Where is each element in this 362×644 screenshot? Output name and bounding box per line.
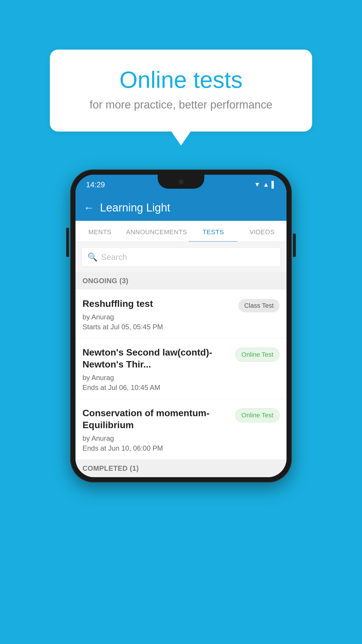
test-by-1: by Anurag — [82, 313, 234, 321]
bubble-title: Online tests — [73, 67, 289, 93]
test-info-1: Reshuffling test by Anurag Starts at Jul… — [82, 298, 238, 331]
phone-notch — [158, 175, 204, 189]
test-item-3[interactable]: Conservation of momentum-Equilibrium by … — [75, 399, 287, 460]
test-date-2: Ends at Jul 06, 10:45 AM — [82, 384, 231, 392]
bubble-subtitle: for more practice, better performance — [73, 99, 289, 111]
status-bar: 14:29 ▼ ▲ ▌ — [75, 175, 287, 195]
signal-icon: ▲ — [263, 181, 269, 188]
test-date-1: Starts at Jul 05, 05:45 PM — [82, 323, 234, 331]
status-time: 14:29 — [86, 180, 105, 189]
phone-inner: 14:29 ▼ ▲ ▌ ← Learning Light MENTS ANNOU… — [75, 175, 287, 477]
phone-outer: 14:29 ▼ ▲ ▌ ← Learning Light MENTS ANNOU… — [70, 169, 292, 482]
status-icons: ▼ ▲ ▌ — [254, 181, 276, 188]
test-title-2: Newton's Second law(contd)-Newton's Thir… — [82, 346, 231, 371]
completed-label: COMPLETED (1) — [82, 464, 139, 472]
test-badge-1: Class Test — [238, 299, 280, 312]
search-bar[interactable]: 🔍 Search — [81, 247, 281, 267]
test-badge-2: Online Test — [235, 348, 280, 362]
speech-bubble: Online tests for more practice, better p… — [50, 50, 312, 132]
test-date-3: Ends at Jun 10, 06:00 PM — [82, 444, 231, 452]
wifi-icon: ▼ — [254, 181, 261, 188]
test-info-3: Conservation of momentum-Equilibrium by … — [82, 407, 235, 452]
search-icon: 🔍 — [87, 252, 98, 262]
tab-assignments[interactable]: MENTS — [75, 221, 124, 242]
test-badge-3: Online Test — [235, 408, 280, 422]
battery-icon: ▌ — [271, 181, 276, 188]
ongoing-section-header: ONGOING (3) — [75, 272, 287, 290]
phone-mockup: 14:29 ▼ ▲ ▌ ← Learning Light MENTS ANNOU… — [70, 169, 292, 482]
search-container: 🔍 Search — [75, 242, 287, 272]
test-by-2: by Anurag — [82, 374, 231, 382]
completed-section-header: COMPLETED (1) — [75, 460, 287, 477]
test-item-2[interactable]: Newton's Second law(contd)-Newton's Thir… — [75, 338, 287, 399]
camera — [178, 179, 184, 185]
test-title-1: Reshuffling test — [82, 298, 234, 310]
test-by-3: by Anurag — [82, 434, 231, 442]
search-placeholder: Search — [101, 253, 127, 262]
app-header: ← Learning Light — [75, 195, 287, 221]
app-title: Learning Light — [100, 202, 170, 214]
tab-videos[interactable]: VIDEOS — [238, 221, 287, 242]
tab-announcements[interactable]: ANNOUNCEMENTS — [124, 221, 189, 242]
ongoing-label: ONGOING (3) — [82, 277, 129, 285]
tabs-bar: MENTS ANNOUNCEMENTS TESTS VIDEOS — [75, 221, 287, 242]
test-title-3: Conservation of momentum-Equilibrium — [82, 407, 231, 431]
back-button[interactable]: ← — [84, 202, 94, 213]
test-info-2: Newton's Second law(contd)-Newton's Thir… — [82, 346, 235, 392]
test-item-1[interactable]: Reshuffling test by Anurag Starts at Jul… — [75, 290, 287, 338]
tab-tests[interactable]: TESTS — [189, 221, 238, 242]
